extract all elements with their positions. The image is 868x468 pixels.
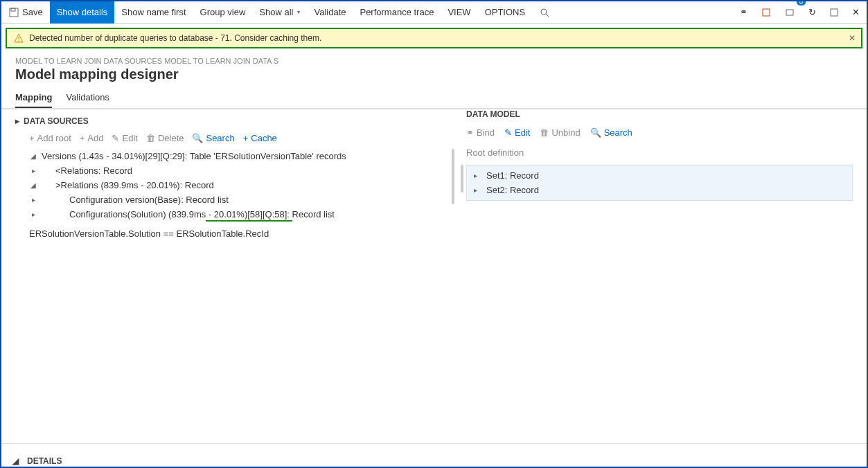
svg-rect-4 — [763, 9, 770, 16]
tree-node-versions[interactable]: ◢Versions (1.43s - 34.01%)[29][Q:29]: Ta… — [29, 149, 452, 163]
search-button[interactable] — [532, 1, 557, 24]
caret-icon[interactable]: ▸ — [29, 167, 37, 174]
show-name-first-button[interactable]: Show name first — [114, 1, 193, 24]
breadcrumb: MODEL TO LEARN JOIN DATA SOURCES MODEL T… — [1, 53, 867, 65]
caret-icon: ▸ — [15, 116, 19, 126]
tree-node-config-base[interactable]: ▸Configuration version(Base): Record lis… — [29, 192, 452, 207]
bind-button[interactable]: ⚭ Bind — [466, 127, 495, 138]
tabs: Mapping Validations — [1, 88, 867, 109]
caret-expanded-icon[interactable]: ◢ — [29, 152, 37, 160]
cache-button[interactable]: + Cache — [243, 133, 277, 143]
svg-point-9 — [18, 40, 19, 42]
view-button[interactable]: VIEW — [441, 1, 477, 24]
warning-bar: Detected number of duplicate queries to … — [6, 28, 862, 48]
caret-expanded-icon[interactable]: ◢ — [29, 181, 37, 189]
fullscreen-button[interactable] — [823, 1, 845, 24]
caret-icon[interactable]: ▸ — [474, 172, 477, 179]
tree-node-set1[interactable]: ▸Set1: Record — [467, 168, 852, 183]
scrollbar[interactable] — [452, 149, 454, 204]
search-button[interactable]: 🔍 Search — [192, 133, 234, 143]
tree-node-set2[interactable]: ▸Set2: Record — [467, 183, 852, 197]
tree-node-config-solution[interactable]: ▸Configurations(Solution) (839.9ms - 20.… — [29, 207, 452, 222]
tree-node-relations-in[interactable]: ▸<Relations: Record — [29, 163, 452, 178]
svg-rect-6 — [831, 9, 838, 16]
validate-button[interactable]: Validate — [307, 1, 353, 24]
dm-tree: ▸Set1: Record ▸Set2: Record — [466, 165, 853, 201]
delete-button[interactable]: 🗑 Delete — [146, 133, 184, 143]
edit-button[interactable]: ✎ Edit — [504, 127, 530, 138]
unbind-button[interactable]: 🗑 Unbind — [540, 127, 580, 138]
add-button[interactable]: + Add — [80, 133, 104, 143]
group-view-button[interactable]: Group view — [193, 1, 253, 24]
svg-point-2 — [541, 9, 547, 15]
details-header[interactable]: ◢DETAILS — [22, 449, 853, 468]
tab-mapping[interactable]: Mapping — [15, 88, 52, 108]
scrollbar[interactable] — [461, 165, 463, 192]
data-sources-header[interactable]: ▸DATA SOURCES — [15, 109, 452, 130]
notifications-button[interactable] — [778, 1, 801, 24]
page-title: Model mapping designer — [1, 65, 867, 88]
close-button[interactable]: ✕ — [845, 1, 867, 24]
office-icon[interactable] — [754, 1, 778, 24]
show-details-button[interactable]: Show details — [50, 1, 115, 24]
warning-text: Detected number of duplicate queries to … — [29, 33, 321, 43]
toolbar: Save Show details Show name first Group … — [1, 1, 867, 24]
tab-validations[interactable]: Validations — [66, 88, 109, 108]
warning-icon — [14, 33, 24, 43]
root-definition: Root definition — [466, 145, 853, 165]
performance-trace-button[interactable]: Performance trace — [353, 1, 441, 24]
ds-tree: ◢Versions (1.43s - 34.01%)[29][Q:29]: Ta… — [15, 149, 452, 222]
warning-close-icon[interactable]: ✕ — [849, 33, 856, 43]
caret-expanded-icon: ◢ — [12, 456, 19, 466]
edit-button[interactable]: ✎ Edit — [112, 133, 137, 143]
chevron-down-icon: ▾ — [297, 9, 300, 15]
data-model-header: DATA MODEL — [466, 109, 853, 125]
search-icon — [539, 7, 550, 18]
add-root-button[interactable]: + Add root — [29, 133, 71, 143]
show-all-button[interactable]: Show all▾ — [252, 1, 307, 24]
svg-rect-5 — [786, 10, 793, 15]
save-button[interactable]: Save — [1, 1, 50, 24]
svg-line-3 — [546, 14, 549, 17]
save-icon — [8, 7, 19, 18]
ds-commands: + Add root + Add ✎ Edit 🗑 Delete 🔍 Searc… — [15, 130, 452, 149]
tree-node-relations-out[interactable]: ◢>Relations (839.9ms - 20.01%): Record — [29, 178, 452, 192]
link-icon[interactable]: ⚭ — [733, 1, 754, 24]
caret-icon[interactable]: ▸ — [29, 210, 37, 218]
expression: ERSolutionVersionTable.Solution == ERSol… — [15, 222, 452, 239]
caret-icon[interactable]: ▸ — [474, 186, 477, 194]
save-label: Save — [22, 7, 43, 17]
caret-icon[interactable]: ▸ — [29, 196, 37, 204]
options-button[interactable]: OPTIONS — [478, 1, 533, 24]
svg-rect-1 — [11, 8, 15, 11]
search-button[interactable]: 🔍 Search — [590, 127, 632, 138]
dm-commands: ⚭ Bind ✎ Edit 🗑 Unbind 🔍 Search — [466, 125, 853, 145]
